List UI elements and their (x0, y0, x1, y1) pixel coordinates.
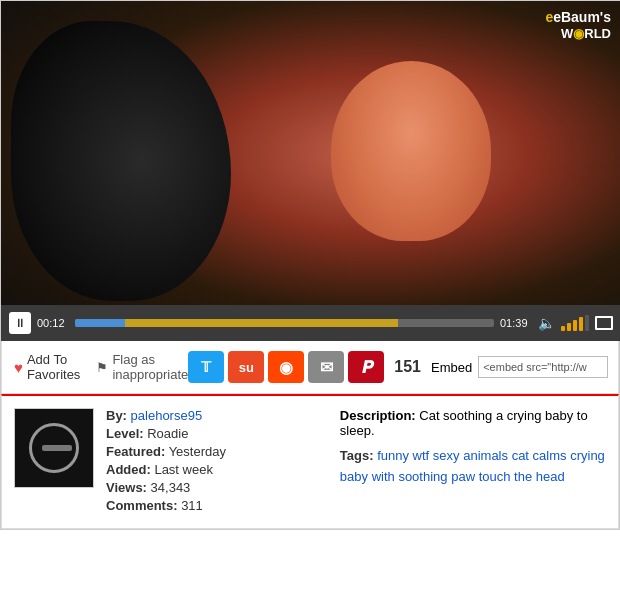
tag-the[interactable]: the (514, 469, 532, 484)
tag-head[interactable]: head (536, 469, 565, 484)
left-actions: ♥ Add To Favorites ⚑ Flag as inappropria… (14, 352, 188, 382)
user-avatar (14, 408, 94, 488)
tags-label: Tags: (340, 448, 374, 463)
page-container: eeBaum's W◉RLD 00:12 01:39 🔈 (0, 0, 620, 530)
tag-soothing[interactable]: soothing (398, 469, 447, 484)
featured-label: Featured: (106, 444, 165, 459)
progress-played (75, 319, 125, 327)
description-label: Description: (340, 408, 416, 423)
pinterest-icon: 𝙋 (361, 357, 372, 378)
add-to-favorites-button[interactable]: ♥ Add To Favorites (14, 352, 80, 382)
flag-label: Flag as inappropriate (112, 352, 188, 382)
embed-section: Embed (431, 356, 608, 378)
vol-bar-1 (561, 326, 565, 331)
featured-row: Featured: Yesterday (106, 444, 328, 459)
volume-control[interactable] (561, 315, 589, 331)
comments-label: Comments: (106, 498, 178, 513)
reddit-icon: ◉ (279, 358, 293, 377)
stumble-icon: su (239, 360, 254, 375)
views-value: 34,343 (151, 480, 191, 495)
added-row: Added: Last week (106, 462, 328, 477)
video-player: eeBaum's W◉RLD 00:12 01:39 🔈 (1, 1, 620, 341)
tag-touch[interactable]: touch (479, 469, 511, 484)
tag-calms[interactable]: calms (533, 448, 567, 463)
tag-baby[interactable]: baby (340, 469, 368, 484)
progress-bar[interactable] (75, 319, 494, 327)
tag-animals[interactable]: animals (463, 448, 508, 463)
progress-buffered (125, 319, 397, 327)
tags-row: Tags: funny wtf sexy animals cat calms c… (340, 446, 606, 488)
vol-bar-5 (585, 315, 589, 331)
share-count: 151 (394, 358, 421, 376)
fullscreen-button[interactable] (595, 316, 613, 330)
pinterest-button[interactable]: 𝙋 (348, 351, 384, 383)
username-link[interactable]: palehorse95 (131, 408, 203, 423)
video-frame: eeBaum's W◉RLD (1, 1, 620, 341)
social-buttons: 𝕋 su ◉ ✉ 𝙋 151 (188, 351, 421, 383)
description-section: Description: Cat soothing a crying baby … (340, 408, 606, 516)
volume-icon[interactable]: 🔈 (538, 315, 555, 331)
stumbleupon-button[interactable]: su (228, 351, 264, 383)
vol-bar-3 (573, 320, 577, 331)
meta-section: By: palehorse95 Level: Roadie Featured: … (106, 408, 328, 516)
views-label: Views: (106, 480, 147, 495)
pause-button[interactable] (9, 312, 31, 334)
avatar-graphic (24, 418, 84, 478)
by-label: By: (106, 408, 127, 423)
tag-sexy[interactable]: sexy (433, 448, 460, 463)
heart-icon: ♥ (14, 359, 23, 376)
vol-bar-2 (567, 323, 571, 331)
vol-bar-4 (579, 317, 583, 331)
info-bar: By: palehorse95 Level: Roadie Featured: … (1, 394, 619, 529)
comments-row: Comments: 311 (106, 498, 328, 513)
reddit-button[interactable]: ◉ (268, 351, 304, 383)
favorites-label: Add To Favorites (27, 352, 80, 382)
flag-icon: ⚑ (96, 360, 108, 375)
video-controls: 00:12 01:39 🔈 (1, 305, 620, 341)
flag-button[interactable]: ⚑ Flag as inappropriate (96, 352, 188, 382)
tag-cat[interactable]: cat (512, 448, 529, 463)
current-time: 00:12 (37, 317, 69, 329)
level-row: Level: Roadie (106, 426, 328, 441)
tag-with[interactable]: with (372, 469, 395, 484)
by-row: By: palehorse95 (106, 408, 328, 423)
description-text: Description: Cat soothing a crying baby … (340, 408, 606, 438)
right-actions: 𝕋 su ◉ ✉ 𝙋 151 Embed (188, 351, 608, 383)
baby-head (331, 61, 491, 241)
level-label: Level: (106, 426, 144, 441)
site-logo: eeBaum's W◉RLD (545, 9, 611, 41)
twitter-icon: 𝕋 (201, 359, 211, 375)
featured-value: Yesterday (169, 444, 226, 459)
tag-funny[interactable]: funny (377, 448, 409, 463)
embed-input[interactable] (478, 356, 608, 378)
tag-crying[interactable]: crying (570, 448, 605, 463)
cat-silhouette (11, 21, 231, 301)
comments-value: 311 (181, 498, 203, 513)
avatar-barrel (42, 445, 72, 451)
email-icon: ✉ (320, 358, 333, 377)
views-row: Views: 34,343 (106, 480, 328, 495)
twitter-button[interactable]: 𝕋 (188, 351, 224, 383)
added-label: Added: (106, 462, 151, 477)
email-button[interactable]: ✉ (308, 351, 344, 383)
action-bar: ♥ Add To Favorites ⚑ Flag as inappropria… (1, 341, 619, 394)
tag-paw[interactable]: paw (451, 469, 475, 484)
level-value: Roadie (147, 426, 188, 441)
added-value: Last week (154, 462, 213, 477)
tag-wtf[interactable]: wtf (413, 448, 430, 463)
total-time: 01:39 (500, 317, 532, 329)
embed-label: Embed (431, 360, 472, 375)
